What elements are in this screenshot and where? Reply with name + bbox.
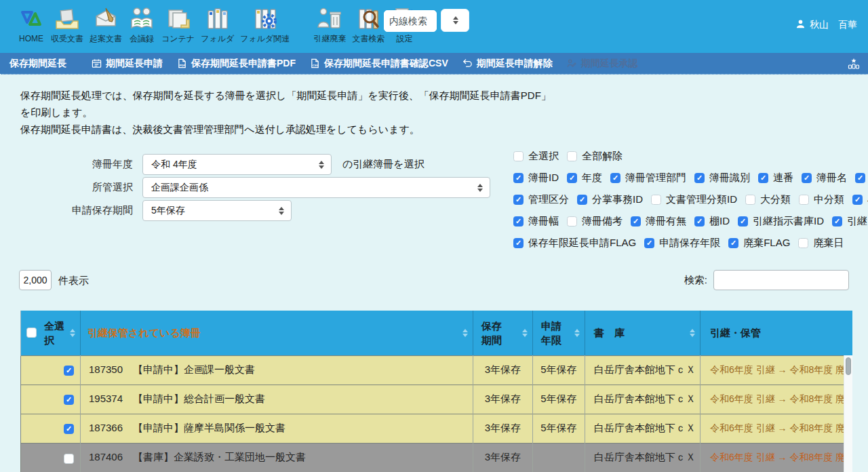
- nav-container[interactable]: コンテナ: [161, 5, 195, 43]
- page-size-input[interactable]: [19, 270, 52, 290]
- column-toggle-label: 引継日: [847, 215, 868, 228]
- nav-doc-search[interactable]: 文書検索: [352, 5, 384, 43]
- column-toggle[interactable]: 小分類: [852, 193, 868, 206]
- column-toggle-checkbox[interactable]: [802, 173, 812, 183]
- column-toggle-checkbox[interactable]: [610, 173, 620, 183]
- table-scrollbar[interactable]: [844, 311, 852, 472]
- nav-draft-docs[interactable]: 起案文書: [90, 5, 122, 43]
- volume-year-select[interactable]: 令和 4年度: [142, 154, 332, 175]
- menu-item-extension-apply[interactable]: 期間延長申請: [92, 58, 163, 70]
- sort-icon[interactable]: [70, 329, 75, 337]
- column-toggle[interactable]: 棚ID: [694, 215, 730, 228]
- column-toggle[interactable]: 簿冊備考: [567, 215, 623, 228]
- column-toggle-checkbox[interactable]: [651, 195, 661, 205]
- retention-cell: 3年保存: [473, 414, 533, 443]
- sort-icon[interactable]: [574, 329, 580, 337]
- column-toggle-checkbox[interactable]: [513, 216, 524, 227]
- column-toggle-checkbox[interactable]: [513, 173, 524, 183]
- header-storage[interactable]: 書 庫: [585, 311, 701, 355]
- ranking-star-icon[interactable]: [848, 58, 860, 73]
- header-retention[interactable]: 保存 期間: [473, 311, 533, 355]
- column-toggle-checkbox[interactable]: [758, 173, 768, 183]
- nav-transfer-disposal[interactable]: 引継廃棄: [313, 5, 346, 43]
- row-select-checkbox[interactable]: [64, 395, 74, 405]
- menu-item-csv[interactable]: CSV 保存期間延長申請書確認CSV: [310, 58, 448, 70]
- column-toggle-checkbox[interactable]: [745, 195, 755, 205]
- header-select-all[interactable]: 全選択: [21, 311, 81, 355]
- column-toggle-checkbox[interactable]: [798, 238, 808, 248]
- column-toggle[interactable]: 引継指示書庫ID: [738, 215, 824, 228]
- header-transfer[interactable]: 引継・保管: [701, 311, 844, 355]
- row-select-checkbox[interactable]: [64, 424, 74, 434]
- column-toggle[interactable]: 簿冊名: [802, 172, 847, 184]
- column-toggle[interactable]: 連番: [758, 172, 793, 184]
- column-toggle-checkbox[interactable]: [852, 195, 863, 205]
- column-toggle-checkbox[interactable]: [577, 195, 587, 205]
- table-row[interactable]: 195374 【申請中】総合計画一般文書3年保存5年保存白岳庁舎本館地下ｃＸ令和…: [21, 385, 844, 414]
- nav-home[interactable]: HOME: [18, 5, 45, 43]
- quick-select[interactable]: [441, 9, 469, 32]
- column-toggle-checkbox[interactable]: [832, 216, 842, 227]
- extension-search-input[interactable]: [384, 10, 437, 32]
- column-toggle[interactable]: 廃棄FLAG: [728, 237, 790, 250]
- column-toggle[interactable]: 引継日: [832, 215, 868, 228]
- column-toggle[interactable]: 文書管理分類ID: [651, 193, 737, 206]
- column-toggle-checkbox[interactable]: [694, 216, 705, 227]
- table-row[interactable]: 187406 【書庫】企業誘致・工業団地一般文書3年保存白岳庁舎本館地下ｃＸ令和…: [21, 443, 844, 472]
- header-volume[interactable]: 引継保管されている簿冊: [81, 311, 473, 355]
- nav-folder-related[interactable]: フォルダ関連: [240, 5, 290, 43]
- column-toggle[interactable]: 簿冊幅: [513, 215, 559, 228]
- binders-icon: [204, 5, 231, 33]
- scrollbar-thumb[interactable]: [846, 357, 851, 375]
- table-row[interactable]: 187366 【申請中】薩摩半島関係一般文書3年保存5年保存白岳庁舎本館地下ｃＸ…: [21, 414, 844, 443]
- column-toggle-checkbox[interactable]: [567, 173, 577, 183]
- scrollbar-track[interactable]: [844, 355, 852, 472]
- column-toggle-checkbox[interactable]: [738, 216, 748, 227]
- column-toggle-checkbox[interactable]: [694, 173, 705, 183]
- select-all-checkbox[interactable]: [26, 328, 37, 338]
- column-toggle[interactable]: 大分類: [745, 193, 791, 206]
- menu-item-cancel-apply[interactable]: 期間延長申請解除: [462, 58, 553, 70]
- user-info[interactable]: 秋山 百華: [795, 19, 857, 31]
- select-caret-icon: [453, 16, 458, 24]
- sort-icon[interactable]: [522, 329, 528, 337]
- nav-folder[interactable]: フォルダ: [201, 5, 234, 43]
- nav-meeting-minutes[interactable]: 会議録: [128, 5, 155, 43]
- column-toggle-checkbox[interactable]: [728, 238, 738, 248]
- column-toggle[interactable]: 中分類: [799, 193, 844, 206]
- header-apply-years[interactable]: 申請 年限: [533, 311, 585, 355]
- column-toggle[interactable]: 簿冊ID: [513, 172, 559, 184]
- column-toggle-checkbox[interactable]: [855, 173, 865, 183]
- column-toggle[interactable]: 廃棄日: [798, 237, 844, 250]
- retention-select[interactable]: 5年保存: [142, 200, 292, 221]
- column-toggle-checkbox[interactable]: [513, 195, 524, 205]
- column-toggle[interactable]: 簿冊識別: [694, 172, 750, 184]
- department-select[interactable]: 企画課企画係: [142, 177, 490, 198]
- row-select-checkbox[interactable]: [64, 454, 74, 464]
- column-toggle-checkbox[interactable]: [631, 216, 641, 227]
- nav-received-docs[interactable]: 収受文書: [51, 5, 83, 43]
- column-toggle[interactable]: 全部解除: [567, 150, 623, 163]
- column-toggle[interactable]: 簿冊有無: [631, 215, 686, 228]
- column-toggle-checkbox[interactable]: [567, 216, 577, 227]
- column-toggle[interactable]: 管理区分: [513, 193, 569, 206]
- column-toggle[interactable]: 年度: [567, 172, 602, 184]
- column-toggle[interactable]: 分掌事務ID: [577, 193, 643, 206]
- column-toggle[interactable]: 申請保存年限: [644, 237, 720, 250]
- column-toggle-checkbox[interactable]: [799, 195, 809, 205]
- column-toggle-checkbox[interactable]: [513, 151, 524, 161]
- menu-item-pdf[interactable]: PDF 保存期間延長申請書PDF: [177, 58, 296, 70]
- column-toggle[interactable]: 簿冊管理部門: [610, 172, 686, 184]
- column-toggle-checkbox[interactable]: [513, 238, 524, 248]
- column-toggle-label: 引継指示書庫ID: [753, 215, 824, 228]
- sort-icon[interactable]: [462, 329, 468, 337]
- column-toggle[interactable]: 全選択: [513, 150, 559, 163]
- table-search-input[interactable]: [713, 270, 849, 290]
- row-select-checkbox[interactable]: [64, 366, 74, 376]
- column-toggle[interactable]: 保存年限延長申請FLAG: [513, 237, 636, 250]
- table-row[interactable]: 187350 【申請中】企画課一般文書3年保存5年保存白岳庁舎本館地下ｃＸ令和6…: [21, 355, 844, 385]
- sort-icon[interactable]: [690, 329, 695, 337]
- column-toggle[interactable]: 保存年限: [855, 172, 868, 184]
- column-toggle-checkbox[interactable]: [567, 151, 577, 161]
- column-toggle-checkbox[interactable]: [644, 238, 654, 248]
